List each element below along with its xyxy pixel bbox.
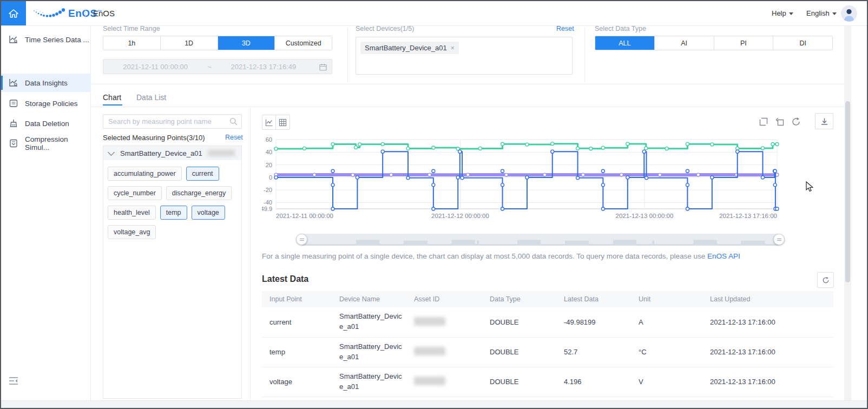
time-range-option-1d[interactable]: 1D xyxy=(161,36,218,50)
enos-logo: EnOS™ xyxy=(32,5,102,22)
time-series-icon xyxy=(9,35,18,44)
slider-handle-left[interactable] xyxy=(296,234,307,245)
cell-asset-id xyxy=(406,337,482,367)
sidebar-item-time-series-data[interactable]: Time Series Data ... xyxy=(1,30,91,49)
measuring-point-tags: accumulating_powercurrent cycle_numberdi… xyxy=(103,160,241,251)
svg-text:40: 40 xyxy=(266,149,272,155)
left-sidebar: Time Series Data ... Data Insights Stora… xyxy=(1,26,91,400)
data-type-option-ai[interactable]: AI xyxy=(655,36,714,50)
redacted-asset-id xyxy=(414,347,445,355)
home-button[interactable] xyxy=(1,1,26,25)
svg-text:2021-12-12 00:00:00: 2021-12-12 00:00:00 xyxy=(431,213,489,219)
redacted-asset-id xyxy=(414,317,445,326)
tab-data-list[interactable]: Data List xyxy=(136,93,166,102)
line-chart-view-button[interactable] xyxy=(262,115,276,129)
chart-view-toggle xyxy=(262,115,290,130)
chart-refresh-icon[interactable] xyxy=(791,117,801,127)
horizontal-scrollbar xyxy=(1,400,867,408)
svg-text:-49.9: -49.9 xyxy=(262,206,272,212)
end-date-value: 2021-12-13 17:16:49 xyxy=(212,63,315,71)
marquee-zoom-icon[interactable] xyxy=(759,117,768,127)
device-group-name: SmartBattery_Device_a01 xyxy=(120,149,202,157)
collapse-sidebar-icon[interactable] xyxy=(9,377,18,385)
point-tag-cycle-number[interactable]: cycle_number xyxy=(108,186,162,200)
data-insights-icon xyxy=(9,78,18,88)
data-type-option-all[interactable]: ALL xyxy=(595,36,655,50)
svg-text:-40: -40 xyxy=(264,199,272,206)
col-device-name: Device Name xyxy=(332,291,406,307)
tabbar-divider xyxy=(91,107,844,107)
data-deletion-icon xyxy=(9,118,18,128)
language-menu[interactable]: English xyxy=(806,9,837,17)
table-view-button[interactable] xyxy=(276,115,290,129)
point-tag-temp[interactable]: temp xyxy=(160,206,187,220)
svg-text:-20: -20 xyxy=(264,187,272,193)
point-tag-discharge-energy[interactable]: discharge_energy xyxy=(166,186,232,200)
point-tag-voltage[interactable]: voltage xyxy=(192,206,225,220)
chart-limit-note: For a single measuring point of a single… xyxy=(262,252,740,260)
sidebar-item-label: Storage Policies xyxy=(25,100,78,108)
devices-select-box[interactable]: SmartBattery_Device_a01 × xyxy=(356,37,573,75)
header-divider xyxy=(85,9,86,18)
download-icon xyxy=(820,117,828,126)
latest-data-refresh-button[interactable] xyxy=(817,272,834,288)
col-asset-id: Asset ID xyxy=(406,291,482,307)
time-range-option-customized[interactable]: Customized xyxy=(275,36,332,50)
cell-latest-data: -49.98199 xyxy=(556,307,631,337)
time-range-option-3d[interactable]: 3D xyxy=(218,36,275,50)
tab-chart[interactable]: Chart xyxy=(103,93,121,102)
datazoom-slider[interactable] xyxy=(302,234,779,246)
vertical-scrollbar xyxy=(844,26,851,400)
col-unit: Unit xyxy=(631,291,702,307)
note-text: For a single measuring point of a single… xyxy=(262,252,707,260)
search-icon xyxy=(229,117,238,126)
search-input[interactable] xyxy=(103,115,241,128)
slider-handle-right[interactable] xyxy=(773,234,785,245)
device-tag: SmartBattery_Device_a01 × xyxy=(360,42,459,54)
data-type-option-di[interactable]: DI xyxy=(773,36,832,50)
data-type-segmented-control: ALL AI PI DI xyxy=(595,36,833,50)
remove-device-icon[interactable]: × xyxy=(451,44,455,52)
svg-text:20: 20 xyxy=(266,162,272,168)
point-tag-voltage-avg[interactable]: voltage_avg xyxy=(108,225,156,239)
help-menu[interactable]: Help xyxy=(772,9,793,17)
user-avatar[interactable] xyxy=(841,5,857,22)
redacted-asset-id xyxy=(414,377,445,385)
zoom-restore-icon[interactable] xyxy=(775,117,785,127)
start-date-value: 2021-12-11 00:00:00 xyxy=(103,63,207,71)
download-button[interactable] xyxy=(815,113,833,129)
cell-latest-data: 52.7 xyxy=(556,337,631,367)
compression-icon xyxy=(9,138,18,148)
sidebar-item-data-deletion[interactable]: Data Deletion xyxy=(1,114,91,133)
cell-input-point: voltage xyxy=(262,367,332,397)
cell-last-updated: 2021-12-13 17:16:00 xyxy=(702,307,833,337)
sidebar-item-data-insights[interactable]: Data Insights xyxy=(1,74,91,92)
devices-reset-link[interactable]: Reset xyxy=(556,25,574,32)
vertical-scrollbar-thumb[interactable] xyxy=(845,101,850,282)
filter-divider xyxy=(347,27,348,82)
sidebar-item-label: Compression Simul... xyxy=(25,135,91,151)
date-range-input[interactable]: 2021-12-11 00:00:00 ~ 2021-12-13 17:16:4… xyxy=(103,59,332,74)
point-tag-health-level[interactable]: health_level xyxy=(108,206,156,220)
storage-policies-icon xyxy=(9,98,18,108)
table-header-row: Input Point Device Name Asset ID Data Ty… xyxy=(262,291,833,307)
line-chart-icon xyxy=(265,118,273,127)
device-group-header[interactable]: SmartBattery_Device_a01 xyxy=(103,146,241,160)
device-tag-label: SmartBattery_Device_a01 xyxy=(365,44,447,52)
point-tag-current[interactable]: current xyxy=(186,167,219,181)
sidebar-item-compression-simulator[interactable]: Compression Simul... xyxy=(1,134,91,153)
enos-api-link[interactable]: EnOS API xyxy=(707,252,740,260)
data-type-option-pi[interactable]: PI xyxy=(714,36,774,50)
time-range-option-1h[interactable]: 1h xyxy=(103,36,161,50)
section-divider xyxy=(91,84,844,84)
sidebar-item-storage-policies[interactable]: Storage Policies xyxy=(1,94,91,113)
devices-label: Select Devices(1/5) xyxy=(356,25,414,32)
measuring-point-search[interactable] xyxy=(103,114,242,129)
chevron-down-icon xyxy=(832,12,837,15)
points-reset-link[interactable]: Reset xyxy=(225,134,243,141)
col-input-point: Input Point xyxy=(262,291,332,307)
svg-text:2021-12-11 00:00:00: 2021-12-11 00:00:00 xyxy=(276,213,333,219)
point-tag-accumulating-power[interactable]: accumulating_power xyxy=(108,167,182,181)
col-data-type: Data Type xyxy=(482,291,556,307)
cell-data-type: DOUBLE xyxy=(482,307,556,337)
